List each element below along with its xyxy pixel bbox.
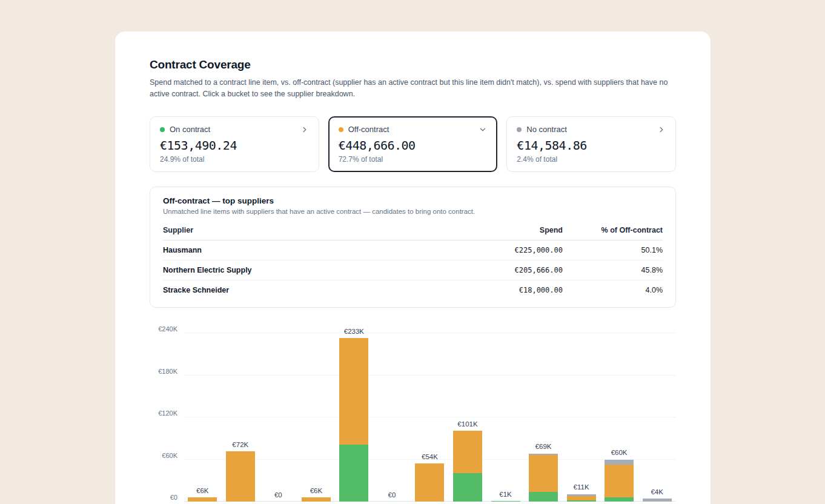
bar-segment-off-contract[interactable] (415, 463, 444, 502)
bucket-share: 24.9% of total (160, 155, 309, 164)
on-contract-dot-icon (160, 127, 165, 132)
column-header-supplier: Supplier (163, 222, 438, 240)
bucket-amount: €14,584.86 (517, 138, 666, 153)
stacked-bar[interactable] (453, 431, 482, 502)
spend-cell: €18,000.00 (438, 280, 563, 300)
stacked-bar[interactable] (529, 454, 558, 502)
chevron-right-icon (300, 125, 309, 134)
bucket-share: 72.7% of total (339, 155, 488, 164)
pct-cell: 4.0% (563, 280, 663, 300)
bar-value-label: €1K (499, 491, 511, 498)
bucket-card-off-contract[interactable]: Off-contract €448,666.00 72.7% of total (328, 116, 498, 172)
y-axis-tick: €120K (150, 409, 177, 417)
bar-value-label: €4K (651, 488, 663, 496)
bucket-label: On contract (170, 125, 210, 134)
bar-segment-off-contract[interactable] (453, 431, 482, 473)
chart-plot-area: €0€60K€120K€180K€240K€6K€72K€0€6K€233K€0… (184, 315, 676, 502)
y-axis-tick: €240K (150, 325, 177, 333)
stacked-bar[interactable] (339, 338, 368, 502)
stacked-bar[interactable] (643, 499, 672, 502)
breakdown-title: Off-contract — top suppliers (163, 196, 663, 205)
bar-value-label: €6K (196, 487, 208, 494)
bucket-cards: On contract €153,490.24 24.9% of total O… (150, 116, 676, 172)
chevron-down-icon (479, 125, 487, 134)
chart-column: €0 (259, 315, 297, 502)
table-row[interactable]: Northern Electric Supply€205,666.0045.8% (163, 260, 663, 280)
chart-column: €101K (449, 315, 487, 502)
contract-coverage-panel: Contract Coverage Spend matched to a con… (115, 31, 711, 504)
bar-value-label: €6K (310, 487, 322, 494)
chevron-right-icon (657, 125, 666, 134)
bar-segment-on-contract[interactable] (453, 473, 482, 502)
spend-cell: €225,000.00 (438, 240, 563, 260)
bar-segment-off-contract[interactable] (339, 338, 368, 445)
chart-column: €54K (411, 315, 449, 502)
bucket-share: 2.4% of total (517, 155, 666, 164)
bar-value-label: €233K (344, 328, 364, 335)
bar-segment-off-contract[interactable] (529, 455, 558, 492)
chart-column: €72K (222, 315, 260, 502)
supplier-table: Supplier Spend % of Off-contract Hausman… (163, 222, 663, 300)
bar-segment-on-contract[interactable] (605, 497, 634, 502)
stacked-bar[interactable] (226, 451, 255, 502)
y-axis-tick: €180K (150, 368, 177, 375)
y-axis-tick: €0 (150, 494, 177, 501)
bar-segment-on-contract[interactable] (567, 500, 596, 502)
bar-value-label: €11K (574, 483, 589, 491)
chart-column: €233K (335, 315, 373, 502)
bar-value-label: €54K (422, 453, 438, 460)
stacked-bar[interactable] (605, 460, 634, 502)
bar-value-label: €0 (388, 491, 396, 499)
bar-segment-on-contract[interactable] (491, 501, 520, 502)
pct-cell: 45.8% (563, 260, 663, 280)
bucket-amount: €153,490.24 (160, 138, 309, 153)
chart-column: €4K (638, 315, 676, 502)
y-axis-tick: €60K (150, 452, 177, 459)
supplier-cell: Northern Electric Supply (163, 260, 438, 280)
bar-segment-off-contract[interactable] (226, 451, 255, 502)
bar-value-label: €69K (535, 443, 552, 450)
chart-column: €60K (600, 315, 638, 502)
bar-segment-off-contract[interactable] (605, 465, 634, 497)
page-title: Contract Coverage (150, 58, 676, 71)
stacked-bar[interactable] (188, 497, 217, 502)
breakdown-subtitle: Unmatched line items with suppliers that… (163, 208, 663, 215)
bar-value-label: €101K (457, 420, 477, 428)
bar-value-label: €72K (232, 441, 248, 448)
chart-column: €0 (373, 315, 411, 502)
pct-cell: 50.1% (563, 240, 663, 260)
bar-segment-no-contract[interactable] (605, 460, 634, 465)
chart-column: €11K (562, 315, 600, 502)
bar-segment-off-contract[interactable] (302, 497, 331, 502)
supplier-cell: Stracke Schneider (163, 280, 438, 300)
stacked-bar[interactable] (491, 501, 520, 502)
bar-segment-no-contract[interactable] (643, 499, 672, 502)
page-description: Spend matched to a contract line item, v… (150, 77, 676, 100)
off-contract-dot-icon (339, 127, 343, 132)
bucket-amount: €448,666.00 (339, 138, 488, 153)
bucket-label: Off-contract (348, 125, 389, 134)
table-row[interactable]: Stracke Schneider€18,000.004.0% (163, 280, 663, 300)
stacked-bar[interactable] (302, 497, 331, 502)
no-contract-dot-icon (517, 127, 522, 132)
stacked-bar[interactable] (567, 494, 596, 502)
bucket-card-on-contract[interactable]: On contract €153,490.24 24.9% of total (150, 116, 319, 172)
chart-column: €69K (525, 315, 563, 502)
bucket-card-no-contract[interactable]: No contract €14,584.86 2.4% of total (506, 116, 676, 172)
bar-value-label: €60K (611, 449, 628, 456)
spend-cell: €205,666.00 (438, 260, 563, 280)
chart-column: €6K (297, 315, 336, 502)
chart-column: €1K (486, 315, 525, 502)
table-header-row: Supplier Spend % of Off-contract (163, 222, 663, 240)
bar-value-label: €0 (274, 491, 282, 499)
column-header-pct: % of Off-contract (563, 222, 663, 240)
bar-segment-off-contract[interactable] (567, 496, 596, 500)
bar-segment-on-contract[interactable] (339, 445, 368, 502)
column-header-spend: Spend (438, 222, 563, 240)
stacked-bar[interactable] (415, 463, 444, 502)
monthly-coverage-chart: €0€60K€120K€180K€240K€6K€72K€0€6K€233K€0… (150, 315, 676, 504)
bar-segment-on-contract[interactable] (529, 492, 558, 502)
table-row[interactable]: Hausmann€225,000.0050.1% (163, 240, 663, 260)
bar-segment-off-contract[interactable] (188, 497, 217, 502)
bucket-label: No contract (526, 125, 566, 134)
